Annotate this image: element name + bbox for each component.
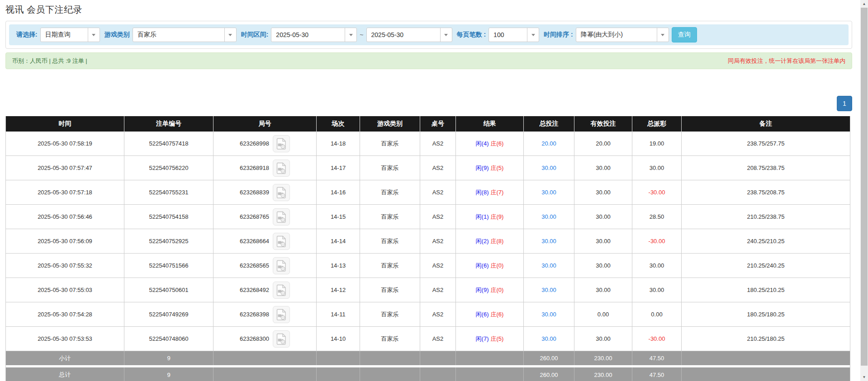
video-replay-button[interactable] [273, 184, 290, 201]
grand-total-total-bet: 260.00 [524, 367, 574, 381]
select-type-dropdown[interactable]: 日期查询 [40, 28, 100, 42]
total-bet-link[interactable]: 30.00 [541, 311, 556, 318]
chevron-down-icon[interactable] [440, 28, 452, 42]
scroll-down-arrow-icon[interactable]: ▼ [860, 373, 868, 381]
cell-bet-id: 522540757418 [124, 132, 213, 155]
round-number: 623268300 [240, 335, 269, 342]
cell-note: 208.75/238.75 [682, 156, 850, 180]
scrollbar-thumb[interactable] [861, 8, 868, 366]
chevron-down-icon[interactable] [224, 28, 236, 42]
video-replay-button[interactable] [273, 208, 290, 226]
cell-table-no: AS2 [420, 229, 456, 253]
cell-bet-id: 522540756220 [124, 156, 213, 180]
sort-order-label: 时间排序 : [544, 31, 573, 39]
pagination: 1 [5, 96, 852, 111]
date-to-dropdown[interactable]: 2025-05-30 [366, 28, 452, 42]
video-replay-icon [276, 162, 286, 174]
cell-bet-id: 522540748060 [124, 327, 213, 351]
total-bet-link[interactable]: 30.00 [541, 213, 556, 220]
cell-note: 238.75/257.75 [682, 132, 850, 155]
page-size-dropdown[interactable]: 100 [489, 28, 539, 42]
result-banker: 庄(7) [491, 188, 504, 197]
total-bet-link[interactable]: 30.00 [541, 165, 556, 171]
sort-order-dropdown[interactable]: 降幂(由大到小) [576, 28, 669, 42]
table-row: 2025-05-30 07:57:47 522540756220 6232689… [6, 156, 850, 180]
total-bet-link[interactable]: 30.00 [541, 287, 556, 293]
cell-game-type: 百家乐 [360, 254, 420, 278]
cell-time: 2025-05-30 07:53:53 [6, 327, 124, 351]
header-game-type: 游戏类别 [360, 116, 420, 132]
table-row: 2025-05-30 07:55:03 522540750601 6232684… [6, 278, 850, 302]
result-player: 闲(6) [476, 262, 489, 270]
chevron-down-icon[interactable] [88, 28, 100, 42]
result-player: 闲(4) [476, 140, 489, 148]
cell-session: 14-14 [317, 229, 360, 253]
cell-note: 210.25/238.75 [682, 205, 850, 229]
header-note: 备注 [682, 116, 850, 132]
cell-table-no: AS2 [420, 254, 456, 278]
subtotal-count: 9 [124, 351, 213, 365]
round-number: 623268839 [240, 189, 269, 196]
chevron-down-icon[interactable] [657, 28, 669, 42]
cell-payout: 30.00 [632, 254, 682, 278]
cell-table-no: AS2 [420, 180, 456, 204]
total-bet-link[interactable]: 30.00 [541, 238, 556, 245]
total-bet-link[interactable]: 20.00 [541, 140, 556, 147]
cell-note: 210.25/180.25 [682, 327, 850, 351]
scroll-up-arrow-icon[interactable]: ▲ [860, 0, 868, 8]
cell-payout: 30.00 [632, 278, 682, 302]
bet-records-table: 时间 注单编号 局号 场次 游戏类别 桌号 结果 总投注 有效投注 总派彩 备注… [5, 116, 850, 381]
game-type-dropdown[interactable]: 百家乐 [133, 28, 237, 42]
cell-game-type: 百家乐 [360, 156, 420, 180]
page-1-button[interactable]: 1 [837, 96, 852, 111]
video-replay-button[interactable] [273, 330, 290, 348]
header-payout: 总派彩 [632, 116, 682, 132]
total-bet-link[interactable]: 30.00 [541, 189, 556, 196]
cell-session: 14-18 [317, 132, 360, 155]
video-replay-icon [276, 260, 286, 272]
game-type-label: 游戏类别 [104, 31, 130, 39]
result-banker: 庄(9) [491, 213, 504, 221]
total-bet-link[interactable]: 30.00 [541, 262, 556, 269]
chevron-down-icon[interactable] [527, 28, 539, 42]
cell-time: 2025-05-30 07:57:47 [6, 156, 124, 180]
cell-payout: 0.00 [632, 302, 682, 326]
cell-time: 2025-05-30 07:55:03 [6, 278, 124, 302]
result-banker: 庄(0) [491, 286, 504, 294]
cell-bet-id: 522540750601 [124, 278, 213, 302]
result-banker: 庄(0) [491, 262, 504, 270]
cell-bet-id: 522540751566 [124, 254, 213, 278]
video-replay-button[interactable] [273, 306, 290, 323]
time-range-label: 时间区间: [241, 31, 269, 39]
round-number: 623268918 [240, 165, 269, 171]
cell-bet-id: 522540749269 [124, 302, 213, 326]
date-range-separator: ~ [360, 31, 363, 38]
game-type-value: 百家乐 [133, 28, 224, 42]
video-replay-icon [276, 284, 286, 296]
result-player: 闲(1) [476, 213, 489, 221]
video-replay-button[interactable] [273, 282, 290, 299]
table-body: 2025-05-30 07:58:19 522540757418 6232689… [6, 132, 850, 351]
table-row: 2025-05-30 07:53:53 522540748060 6232683… [6, 327, 850, 351]
subtotal-payout: 47.50 [632, 351, 682, 365]
cell-payout: -30.00 [632, 229, 682, 253]
result-player: 闲(9) [476, 286, 489, 294]
video-replay-button[interactable] [273, 160, 290, 177]
result-player: 闲(7) [476, 335, 489, 343]
cell-game-type: 百家乐 [360, 180, 420, 204]
cell-session: 14-12 [317, 278, 360, 302]
video-replay-icon [276, 235, 286, 247]
page-size-label: 每页笔数 : [457, 31, 486, 39]
video-replay-button[interactable] [273, 233, 290, 250]
video-replay-button[interactable] [273, 257, 290, 274]
cell-table-no: AS2 [420, 278, 456, 302]
search-button[interactable]: 查询 [672, 27, 697, 42]
table-header: 时间 注单编号 局号 场次 游戏类别 桌号 结果 总投注 有效投注 总派彩 备注 [6, 116, 850, 132]
video-replay-button[interactable] [273, 135, 290, 152]
cell-game-type: 百家乐 [360, 205, 420, 229]
chevron-down-icon[interactable] [345, 28, 356, 42]
scrollbar[interactable]: ▲ ▼ [860, 0, 868, 381]
date-from-dropdown[interactable]: 2025-05-30 [271, 28, 357, 42]
total-bet-link[interactable]: 30.00 [541, 335, 556, 342]
round-number: 623268998 [240, 140, 269, 147]
